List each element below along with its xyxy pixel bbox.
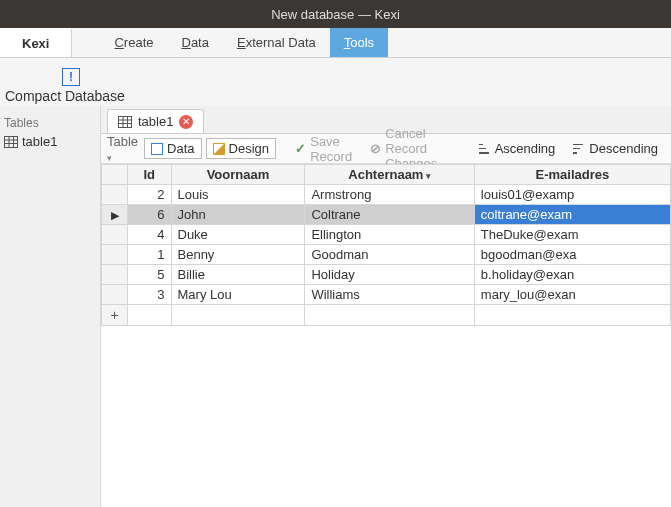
cell[interactable]: bgoodman@exa [474, 245, 670, 265]
save-record-label: Save Record [310, 134, 352, 164]
new-row[interactable]: + [102, 305, 671, 326]
sort-asc-label: Ascending [495, 141, 556, 156]
table-row[interactable]: 4DukeEllingtonTheDuke@exam [102, 225, 671, 245]
column-header[interactable]: Voornaam [171, 165, 305, 185]
design-view-label: Design [229, 141, 269, 156]
sort-desc-label: Descending [589, 141, 658, 156]
cell[interactable]: John [171, 205, 305, 225]
row-header[interactable] [102, 185, 128, 205]
cell[interactable]: Coltrane [305, 205, 474, 225]
app-tab-label: Kexi [22, 36, 49, 51]
table-row[interactable]: 5BillieHolidayb.holiday@exan [102, 265, 671, 285]
menu-external-data[interactable]: External Data [223, 28, 330, 57]
cell[interactable]: 2 [128, 185, 172, 205]
cell[interactable]: 5 [128, 265, 172, 285]
cell[interactable]: Ellington [305, 225, 474, 245]
new-row-header[interactable]: + [102, 305, 128, 326]
menu-create[interactable]: Create [100, 28, 167, 57]
table-row[interactable]: 2LouisArmstronglouis01@examp [102, 185, 671, 205]
cell[interactable]: Louis [171, 185, 305, 205]
cell[interactable]: coltrane@exam [474, 205, 670, 225]
row-header[interactable]: ▶ [102, 205, 128, 225]
cell[interactable]: Holiday [305, 265, 474, 285]
window-titlebar: New database — Kexi [0, 0, 671, 28]
data-grid[interactable]: IdVoornaamAchternaamE-mailadres 2LouisAr… [101, 164, 671, 507]
row-header[interactable] [102, 265, 128, 285]
close-icon[interactable]: ✕ [179, 115, 193, 129]
cell[interactable]: Armstrong [305, 185, 474, 205]
tab-label: table1 [138, 114, 173, 129]
cell[interactable]: Mary Lou [171, 285, 305, 305]
row-pointer-icon: ▶ [111, 209, 119, 221]
sidebar-section-title: Tables [0, 114, 100, 132]
cell[interactable]: Benny [171, 245, 305, 265]
data-view-button[interactable]: Data [144, 138, 201, 159]
cell[interactable]: Goodman [305, 245, 474, 265]
column-header[interactable]: Achternaam [305, 165, 474, 185]
cell[interactable]: mary_lou@exan [474, 285, 670, 305]
cell[interactable]: 6 [128, 205, 172, 225]
cell[interactable]: Williams [305, 285, 474, 305]
menu-create-rest: reate [124, 35, 154, 50]
sidebar: Tables table1 [0, 106, 100, 507]
cell[interactable]: 4 [128, 225, 172, 245]
cell[interactable] [128, 305, 172, 326]
data-view-label: Data [167, 141, 194, 156]
sort-desc-icon [573, 144, 585, 154]
plus-icon: + [110, 307, 118, 323]
table-row[interactable]: ▶6JohnColtranecoltrane@exam [102, 205, 671, 225]
sidebar-item-table1[interactable]: table1 [0, 132, 100, 151]
app-tab[interactable]: Kexi [0, 28, 72, 57]
row-header[interactable] [102, 225, 128, 245]
menubar: Kexi Create Data External Data Tools [0, 28, 671, 58]
svg-rect-0 [5, 136, 18, 147]
compact-database-button[interactable]: Compact Database [5, 88, 125, 104]
menu-data-rest: ata [191, 35, 209, 50]
table-row[interactable]: 1BennyGoodmanbgoodman@exa [102, 245, 671, 265]
design-view-icon [213, 143, 225, 155]
cell[interactable]: louis01@examp [474, 185, 670, 205]
cell[interactable]: 3 [128, 285, 172, 305]
cell[interactable]: b.holiday@exan [474, 265, 670, 285]
column-header[interactable]: E-mailadres [474, 165, 670, 185]
save-record-button: ✓ Save Record [288, 131, 359, 167]
menu-data[interactable]: Data [168, 28, 223, 57]
cell[interactable]: TheDuke@exam [474, 225, 670, 245]
svg-rect-5 [119, 116, 132, 127]
info-icon: ! [62, 68, 80, 86]
sidebar-item-label: table1 [22, 134, 57, 149]
cell[interactable] [305, 305, 474, 326]
cancel-icon: ⊘ [370, 141, 381, 156]
main-area: table1 ✕ Table Data Design ✓ Save Record… [100, 106, 671, 507]
menu-tools-rest: ools [350, 35, 374, 50]
cell[interactable]: 1 [128, 245, 172, 265]
table-row[interactable]: 3Mary LouWilliamsmary_lou@exan [102, 285, 671, 305]
tools-toolbar: ! Compact Database [0, 58, 671, 106]
menu-tools[interactable]: Tools [330, 28, 388, 57]
row-header-blank [102, 165, 128, 185]
check-icon: ✓ [295, 141, 306, 156]
table-toolbar: Table Data Design ✓ Save Record ⊘ Cancel… [101, 134, 671, 164]
table-mode-label[interactable]: Table [107, 134, 138, 164]
row-header[interactable] [102, 285, 128, 305]
cell[interactable]: Billie [171, 265, 305, 285]
design-view-button[interactable]: Design [206, 138, 276, 159]
row-header[interactable] [102, 245, 128, 265]
table-icon [118, 115, 132, 129]
cell[interactable]: Duke [171, 225, 305, 245]
window-title: New database — Kexi [271, 7, 400, 22]
data-view-icon [151, 143, 163, 155]
column-header[interactable]: Id [128, 165, 172, 185]
cell[interactable] [474, 305, 670, 326]
sort-asc-icon [479, 144, 491, 154]
table-icon [4, 135, 18, 149]
sort-ascending-button[interactable]: Ascending [472, 138, 563, 159]
tab-table1[interactable]: table1 ✕ [107, 109, 204, 133]
cell[interactable] [171, 305, 305, 326]
sort-descending-button[interactable]: Descending [566, 138, 665, 159]
menu-external-rest: xternal Data [246, 35, 316, 50]
